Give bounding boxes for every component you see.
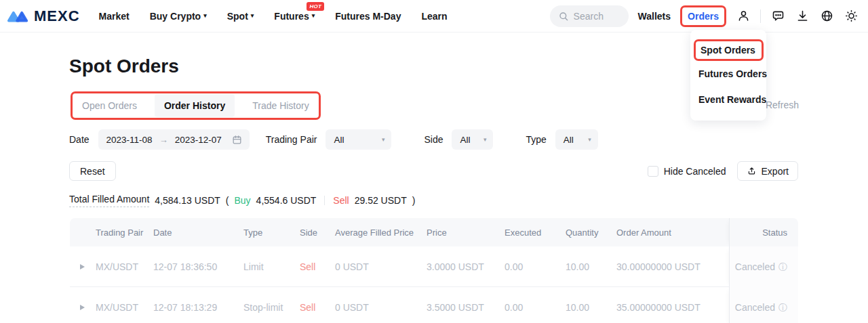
col-date: Date (153, 218, 243, 246)
export-button[interactable]: Export (737, 161, 798, 181)
date-to-value: 2023-12-07 (175, 135, 222, 145)
cell-executed: 0.00 (505, 246, 566, 287)
cell-order-amount: 30.00000000 USDT (616, 246, 729, 287)
chevron-down-icon: ▾ (382, 137, 385, 143)
chat-support-icon[interactable] (770, 9, 785, 24)
col-order-amount: Order Amount (616, 218, 729, 246)
expand-row-icon[interactable] (80, 305, 85, 310)
col-executed: Executed (505, 218, 566, 246)
nav-divider (760, 9, 761, 23)
date-label: Date (69, 134, 90, 145)
download-app-icon[interactable] (795, 9, 810, 24)
search-icon (558, 11, 569, 22)
hide-canceled-label: Hide Canceled (664, 166, 726, 177)
cell-status: Canceled ⓘ (729, 287, 798, 323)
cell-quantity: 10.00 (566, 287, 616, 323)
buy-value: 4,554.6 USDT (256, 195, 317, 206)
trading-pair-label: Trading Pair (266, 134, 317, 145)
col-price: Price (427, 218, 505, 246)
col-status: Status (729, 218, 798, 246)
chevron-down-icon: ▾ (588, 137, 591, 143)
filter-bar: Date 2023-11-08 → 2023-12-07 Trading Pai… (69, 129, 598, 150)
menu-item-futures-orders[interactable]: Futures Orders (690, 61, 766, 87)
tab-open-orders[interactable]: Open Orders (73, 94, 146, 117)
mexc-logo-icon (7, 8, 30, 24)
cell-status: Canceled ⓘ (729, 246, 798, 287)
table-row: MX/USDT 12-07 18:36:50 Limit Sell 0 USDT… (70, 246, 798, 287)
summary-divider (324, 196, 325, 205)
nav-item-futures[interactable]: Futures ▾ HOT (274, 11, 315, 22)
expander-header (70, 218, 96, 246)
total-filled-value: 4,584.13 USDT (155, 195, 220, 206)
tab-trade-history[interactable]: Trade History (243, 94, 319, 117)
export-upload-icon (747, 166, 757, 176)
menu-item-spot-orders[interactable]: Spot Orders (701, 45, 757, 56)
annotation-box-orders: Orders (680, 5, 726, 27)
sell-value: 29.52 USDT (355, 195, 407, 206)
menu-item-event-rewards[interactable]: Event Rewards (690, 87, 766, 112)
search-input[interactable] (574, 11, 621, 22)
status-badge: Canceled (735, 302, 775, 313)
cell-trading-pair: MX/USDT (96, 246, 153, 287)
search-box[interactable] (550, 5, 629, 27)
nav-item-futures-m-day[interactable]: Futures M-Day (335, 11, 401, 22)
orders-dropdown-menu: Spot Orders Futures Orders Event Rewards (690, 30, 766, 121)
nav-item-market[interactable]: Market (99, 11, 130, 22)
user-profile-icon[interactable] (736, 9, 751, 24)
expand-row-icon[interactable] (80, 264, 85, 270)
status-badge: Canceled (735, 261, 775, 272)
date-range-picker[interactable]: 2023-11-08 → 2023-12-07 (98, 129, 250, 150)
nav-item-spot[interactable]: Spot ▾ (227, 11, 254, 22)
cell-side: Sell (300, 287, 335, 323)
buy-label: Buy (234, 195, 250, 206)
cell-quantity: 10.00 (566, 246, 616, 287)
cell-price: 3.5000 USDT (427, 287, 505, 323)
side-select[interactable]: All ▾ (452, 129, 493, 150)
table-header: Trading Pair Date Type Side Average Fill… (70, 218, 798, 246)
table-row: MX/USDT 12-07 18:13:29 Stop-limit Sell 0… (70, 287, 798, 323)
chevron-down-icon: ▾ (251, 13, 254, 19)
cell-order-amount: 35.00000000 USDT (616, 287, 729, 323)
info-icon[interactable]: ⓘ (778, 303, 787, 312)
col-avg-filled-price: Average Filled Price (335, 218, 427, 246)
col-side: Side (300, 218, 335, 246)
cell-type: Stop-limit (243, 287, 300, 323)
table-actions: Hide Canceled Export (648, 161, 798, 181)
col-type: Type (243, 218, 300, 246)
theme-sun-icon[interactable] (844, 9, 859, 24)
hot-badge: HOT (307, 2, 324, 11)
reset-button[interactable]: Reset (69, 161, 116, 181)
type-label: Type (526, 134, 546, 145)
refresh-link[interactable]: Refresh (766, 100, 799, 110)
mexc-logo[interactable]: MEXC (7, 7, 80, 25)
nav-item-buy-crypto[interactable]: Buy Crypto ▾ (150, 11, 207, 22)
chevron-down-icon: ▾ (203, 13, 207, 19)
info-icon[interactable]: ⓘ (778, 263, 787, 272)
cell-avg-filled-price: 0 USDT (335, 246, 427, 287)
total-filled-label[interactable]: Total Filled Amount (69, 194, 149, 207)
total-filled-summary: Total Filled Amount 4,584.13 USDT ( Buy … (69, 194, 415, 207)
arrow-right-icon: → (159, 135, 168, 145)
date-from-value: 2023-11-08 (106, 135, 153, 145)
sell-label: Sell (333, 195, 349, 206)
col-quantity: Quantity (566, 218, 616, 246)
hide-canceled-checkbox[interactable] (648, 166, 658, 177)
cell-side: Sell (300, 246, 335, 287)
trading-pair-select[interactable]: All ▾ (326, 129, 391, 150)
page-title: Spot Orders (69, 56, 179, 77)
calendar-icon[interactable] (231, 134, 243, 146)
nav-item-learn[interactable]: Learn (421, 11, 447, 22)
cell-avg-filled-price: 0 USDT (335, 287, 427, 323)
wallets-link[interactable]: Wallets (638, 11, 671, 22)
cell-date: 12-07 18:13:29 (153, 287, 243, 323)
cell-executed: 0.00 (505, 287, 566, 323)
side-label: Side (424, 134, 443, 145)
spot-orders-page: MEXC Market Buy Crypto ▾ Spot ▾ Futures … (0, 0, 868, 323)
chevron-down-icon: ▾ (484, 137, 487, 143)
language-globe-icon[interactable] (819, 9, 834, 24)
hide-canceled-toggle[interactable]: Hide Canceled (648, 166, 726, 177)
orders-link[interactable]: Orders (688, 11, 719, 22)
tab-order-history[interactable]: Order History (155, 94, 235, 117)
type-select[interactable]: All ▾ (555, 129, 598, 150)
annotation-box-spot-orders: Spot Orders (694, 39, 764, 61)
